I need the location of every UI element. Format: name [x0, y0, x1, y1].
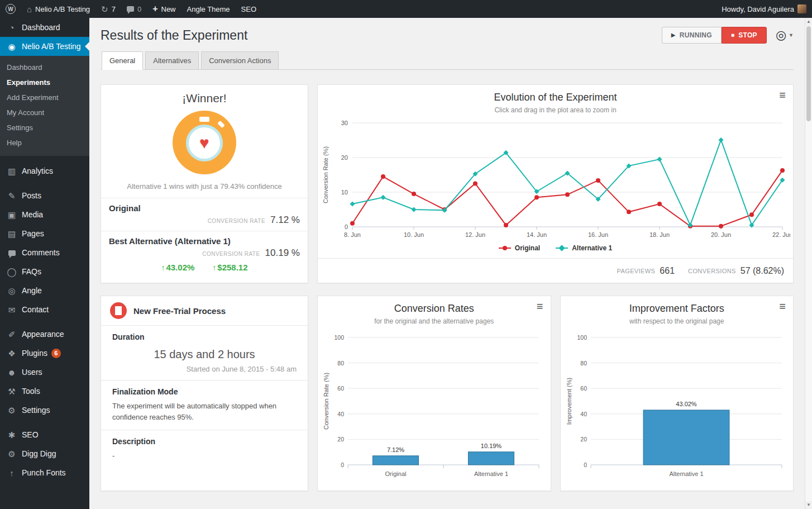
user-avatar[interactable] — [797, 4, 806, 13]
tab-general[interactable]: General — [102, 51, 143, 70]
experiment-options-button[interactable]: ◎ ▼ — [776, 29, 794, 41]
page-header: Results of the Experiment ▶ RUNNING ■ ST… — [101, 27, 794, 44]
svg-text:Conversion Rate (%): Conversion Rate (%) — [323, 373, 329, 430]
experiment-info-card: New Free-Trial Process Duration 15 days … — [101, 296, 308, 491]
chart-menu-icon[interactable]: ≡ — [779, 301, 786, 312]
svg-text:10.19%: 10.19% — [481, 443, 502, 449]
finalization-label: Finalization Mode — [112, 387, 297, 396]
up-arrow-icon: ↑ — [212, 263, 216, 272]
comments-count: 0 — [137, 5, 141, 13]
conversions-label: CONVERSIONS — [688, 268, 736, 274]
sidebar-item-appearance[interactable]: ✐ Appearance — [0, 325, 89, 344]
users-icon: ☻ — [6, 368, 18, 377]
tab-conversion-actions[interactable]: Conversion Actions — [201, 51, 279, 70]
sidebar-item-pages[interactable]: ▤ Pages — [0, 224, 89, 243]
sidebar-item-posts[interactable]: ✎ Posts — [0, 186, 89, 205]
theme-menu[interactable]: Angle Theme — [181, 0, 236, 18]
legend-dot — [503, 246, 507, 250]
updates-indicator[interactable]: ↻ 7 — [95, 0, 121, 18]
sidebar-item-seo[interactable]: ✱ SEO — [0, 425, 89, 444]
dashboard-icon: ◔ — [6, 23, 18, 32]
improvement-factors-bar-chart[interactable]: 020406080100Improvement (%)43.02%Alterna… — [565, 329, 789, 482]
sidebar-item-tools[interactable]: ⚒ Tools — [0, 382, 89, 401]
conversion-rate-caption: CONVERSION RATE — [208, 218, 265, 224]
winner-card: ¡Winner! ♥ Alternative 1 wins with just … — [101, 84, 308, 283]
legend-label-original: Original — [515, 244, 540, 252]
conversion-rates-bar-chart[interactable]: 020406080100Conversion Rate (%)7.12%Orig… — [322, 329, 546, 482]
finalization-section: Finalization Mode The experiment will be… — [101, 380, 308, 430]
submenu-item-my-account[interactable]: My Account — [0, 105, 89, 120]
comments-indicator[interactable]: 0 — [121, 0, 147, 18]
seo-admin-menu[interactable]: SEO — [236, 0, 262, 18]
main-content: Results of the Experiment ▶ RUNNING ■ ST… — [89, 18, 812, 509]
sidebar-item-media[interactable]: ▣ Media — [0, 205, 89, 224]
sidebar-item-dashboard[interactable]: ◔ Dashboard — [0, 18, 89, 37]
svg-text:100: 100 — [335, 334, 345, 341]
scrollbar-thumb[interactable] — [806, 26, 811, 121]
legend-item-original[interactable]: Original — [499, 244, 540, 252]
sidebar-item-plugins[interactable]: ❖ Plugins 6 — [0, 344, 89, 363]
chart-menu-icon[interactable]: ≡ — [779, 89, 786, 101]
sidebar-item-label: FAQs — [22, 267, 41, 277]
sidebar-item-punch-fonts[interactable]: ↑ Punch Fonts — [0, 463, 89, 482]
conversion-rates-header: Conversion Rates for the original and th… — [318, 296, 551, 325]
conversions-value: 57 (8.62%) — [741, 266, 784, 276]
finalization-text: The experiment will be automatically sto… — [112, 401, 297, 423]
svg-text:Original: Original — [385, 470, 407, 477]
svg-text:22. Jun: 22. Jun — [772, 231, 790, 238]
submenu-item-experiments[interactable]: Experiments — [0, 75, 89, 90]
punch-fonts-icon: ↑ — [6, 469, 18, 477]
stop-button[interactable]: ■ STOP — [722, 27, 767, 44]
submenu-item-dashboard[interactable]: Dashboard — [0, 60, 89, 75]
account-menu[interactable]: Howdy, David Aguilera — [716, 0, 812, 18]
sidebar-item-angle[interactable]: ◎ Angle — [0, 281, 89, 300]
nelio-submenu: Dashboard Experiments Add Experiment My … — [0, 56, 89, 156]
faqs-icon: ◯ — [6, 268, 18, 276]
target-icon: ◎ — [776, 29, 786, 41]
improvement-stats: ↑ 43.02% ↑ $258.12 — [109, 263, 300, 272]
running-button[interactable]: ▶ RUNNING — [662, 27, 722, 44]
submenu-item-add-experiment[interactable]: Add Experiment — [0, 90, 89, 105]
posts-icon: ✎ — [6, 192, 18, 200]
evolution-line-chart[interactable]: 01020308. Jun10. Jun12. Jun14. Jun16. Ju… — [321, 116, 790, 241]
svg-text:60: 60 — [338, 385, 345, 392]
contact-icon: ✉ — [6, 306, 18, 314]
sidebar-item-label: Posts — [22, 191, 41, 201]
chevron-down-icon: ▼ — [789, 32, 794, 38]
conversion-rates-subtitle: for the original and the alternative pag… — [340, 317, 528, 325]
submenu-item-help[interactable]: Help — [0, 135, 89, 150]
new-content-button[interactable]: + New — [147, 0, 181, 18]
wordpress-menu[interactable]: W — [0, 0, 21, 18]
sidebar-item-settings[interactable]: ⚙ Settings — [0, 401, 89, 420]
vertical-scrollbar[interactable]: ▲ ▼ — [805, 18, 812, 509]
experiment-stats-footer: PAGEVIEWS 661 CONVERSIONS 57 (8.62%) — [318, 258, 793, 283]
sidebar-item-users[interactable]: ☻ Users — [0, 363, 89, 382]
description-section: Description - — [101, 430, 308, 468]
sidebar-item-faqs[interactable]: ◯ FAQs — [0, 262, 89, 281]
chart-menu-icon[interactable]: ≡ — [537, 301, 543, 312]
submenu-item-settings[interactable]: Settings — [0, 120, 89, 135]
sidebar-item-comments[interactable]: Comments — [0, 243, 89, 262]
site-link[interactable]: ⌂ Nelio A/B Testing — [21, 0, 95, 18]
stop-square-icon: ■ — [731, 32, 734, 38]
svg-text:Conversion Rate (%): Conversion Rate (%) — [322, 146, 329, 203]
sidebar-item-contact[interactable]: ✉ Contact — [0, 300, 89, 319]
tab-alternatives[interactable]: Alternatives — [145, 51, 199, 70]
svg-text:20: 20 — [341, 154, 347, 161]
sidebar-separator — [0, 180, 89, 186]
stopwatch-face: ♥ — [186, 125, 223, 161]
scroll-down-arrow[interactable]: ▼ — [805, 501, 812, 509]
sidebar-item-digg-digg[interactable]: ⚙ Digg Digg — [0, 444, 89, 463]
sidebar-item-label: Comments — [22, 248, 60, 258]
chart-legend: Original Alternative 1 — [318, 241, 793, 255]
legend-item-alternative-1[interactable]: Alternative 1 — [556, 244, 612, 252]
sidebar-item-nelio-ab-testing[interactable]: ◉ Nelio A/B Testing — [0, 37, 89, 56]
svg-text:40: 40 — [338, 411, 345, 417]
sidebar-item-analytics[interactable]: ▥ Analytics — [0, 161, 89, 180]
improvement-value: 43.02% — [166, 263, 194, 272]
scroll-up-arrow[interactable]: ▲ — [805, 18, 812, 26]
svg-text:43.02%: 43.02% — [676, 401, 697, 407]
revenue-value: $258.12 — [217, 263, 247, 272]
angle-icon: ◎ — [6, 287, 18, 295]
sidebar-item-label: Tools — [22, 386, 40, 396]
